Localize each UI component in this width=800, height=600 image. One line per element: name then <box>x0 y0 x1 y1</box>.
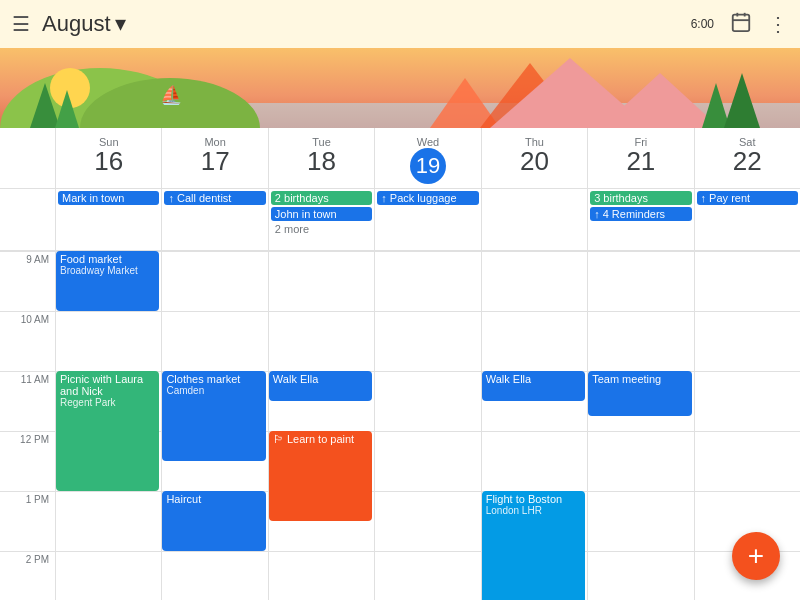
timed-event-8[interactable]: Flight to BostonLondon LHR <box>482 491 585 600</box>
calendar-grid: Sun 16 Mon 17 Tue 18 Wed 19 Thu 20 Fri 2… <box>0 128 800 600</box>
time-cell-r4-c5[interactable] <box>587 491 693 551</box>
event-4-reminders[interactable]: ↑ 4 Reminders <box>590 207 691 221</box>
time-cell-r3-c4[interactable] <box>481 431 587 491</box>
add-event-fab[interactable]: + <box>732 532 780 580</box>
time-cell-r4-c3[interactable] <box>374 491 480 551</box>
event-3-birthdays-fri[interactable]: 3 birthdays <box>590 191 691 205</box>
time-cell-r0-c1[interactable] <box>161 251 267 311</box>
timed-event-2[interactable]: Haircut <box>162 491 265 551</box>
time-cell-r5-c2[interactable] <box>268 551 374 600</box>
timed-event-4[interactable]: Picnic with Laura and NickRegent Park <box>56 371 159 491</box>
sailboat-icon: ⛵ <box>160 84 182 106</box>
time-label-2: 11 AM <box>0 371 55 431</box>
day-headers-row: Sun 16 Mon 17 Tue 18 Wed 19 Thu 20 Fri 2… <box>0 128 800 189</box>
day-header-mon: Mon 17 <box>161 128 267 188</box>
allday-sat: ↑ Pay rent <box>694 189 800 250</box>
time-label-5: 2 PM <box>0 551 55 600</box>
time-cell-r4-c0[interactable] <box>55 491 161 551</box>
time-cell-r0-c5[interactable] <box>587 251 693 311</box>
month-title[interactable]: August ▾ <box>42 11 126 37</box>
time-cell-r1-c1[interactable] <box>161 311 267 371</box>
time-cell-r0-c3[interactable] <box>374 251 480 311</box>
time-cell-r5-c5[interactable] <box>587 551 693 600</box>
calendar-view-icon[interactable] <box>730 11 752 38</box>
time-label-1: 10 AM <box>0 311 55 371</box>
allday-sun: Mark in town <box>55 189 161 250</box>
menu-icon[interactable]: ☰ <box>12 12 30 36</box>
time-cell-r2-c6[interactable] <box>694 371 800 431</box>
allday-events-row: Mark in town ↑ Call dentist 2 birthdays … <box>0 189 800 251</box>
time-grid-wrapper: 9 AM10 AM11 AM12 PM1 PM2 PM3 PM4 PM5 PMF… <box>0 251 800 600</box>
top-bar: ☰ August ▾ 6:00 ⋮ <box>0 0 800 48</box>
timed-event-1[interactable]: Clothes marketCamden <box>162 371 265 461</box>
timed-event-5[interactable]: Walk Ella <box>269 371 372 401</box>
time-cell-r1-c0[interactable] <box>55 311 161 371</box>
time-cell-r5-c0[interactable] <box>55 551 161 600</box>
status-time: 6:00 <box>691 17 714 31</box>
time-cell-r5-c1[interactable] <box>161 551 267 600</box>
time-cell-r3-c6[interactable] <box>694 431 800 491</box>
allday-fri: 3 birthdays ↑ 4 Reminders <box>587 189 693 250</box>
time-label-4: 1 PM <box>0 491 55 551</box>
event-pack-luggage[interactable]: ↑ Pack luggage <box>377 191 478 205</box>
day-header-sun: Sun 16 <box>55 128 161 188</box>
allday-tue: 2 birthdays John in town 2 more <box>268 189 374 250</box>
time-grid: 9 AM10 AM11 AM12 PM1 PM2 PM3 PM4 PM5 PMF… <box>0 251 800 600</box>
day-header-wed: Wed 19 <box>374 128 480 188</box>
dropdown-icon: ▾ <box>115 11 126 37</box>
event-call-dentist[interactable]: ↑ Call dentist <box>164 191 265 205</box>
time-cell-r5-c3[interactable] <box>374 551 480 600</box>
time-cell-r0-c2[interactable] <box>268 251 374 311</box>
timed-event-6[interactable]: 🏳 Learn to paint <box>269 431 372 521</box>
time-cell-r0-c4[interactable] <box>481 251 587 311</box>
time-cell-r1-c3[interactable] <box>374 311 480 371</box>
month-label: August <box>42 11 111 37</box>
time-label-0: 9 AM <box>0 251 55 311</box>
time-cell-r3-c5[interactable] <box>587 431 693 491</box>
timed-event-9[interactable]: Team meeting <box>588 371 691 416</box>
event-pay-rent[interactable]: ↑ Pay rent <box>697 191 798 205</box>
event-2-birthdays-tue[interactable]: 2 birthdays <box>271 191 372 205</box>
time-label-3: 12 PM <box>0 431 55 491</box>
timed-event-0[interactable]: Food marketBroadway Market <box>56 251 159 311</box>
day-header-thu: Thu 20 <box>481 128 587 188</box>
time-cell-r1-c6[interactable] <box>694 311 800 371</box>
svg-rect-0 <box>733 14 750 31</box>
day-header-fri: Fri 21 <box>587 128 693 188</box>
time-cell-r3-c3[interactable] <box>374 431 480 491</box>
day-header-sat: Sat 22 <box>694 128 800 188</box>
time-cell-r2-c3[interactable] <box>374 371 480 431</box>
time-cell-r0-c6[interactable] <box>694 251 800 311</box>
time-cell-r1-c5[interactable] <box>587 311 693 371</box>
more-options-icon[interactable]: ⋮ <box>768 12 788 36</box>
day-header-tue: Tue 18 <box>268 128 374 188</box>
allday-thu <box>481 189 587 250</box>
event-john-in-town[interactable]: John in town <box>271 207 372 221</box>
timed-event-7[interactable]: Walk Ella <box>482 371 585 401</box>
time-cell-r1-c4[interactable] <box>481 311 587 371</box>
more-events-tue[interactable]: 2 more <box>271 223 372 235</box>
time-cell-r1-c2[interactable] <box>268 311 374 371</box>
banner-illustration: ⛵ <box>0 48 800 128</box>
allday-mon: ↑ Call dentist <box>161 189 267 250</box>
allday-wed: ↑ Pack luggage <box>374 189 480 250</box>
event-mark-in-town[interactable]: Mark in town <box>58 191 159 205</box>
